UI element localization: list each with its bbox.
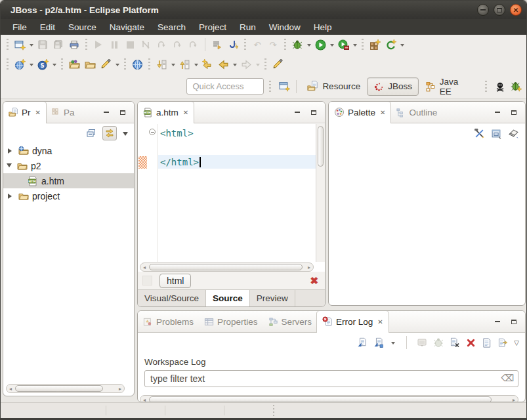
scrollbar-thumb[interactable]: ⋯ (149, 264, 303, 270)
minimize-view-button[interactable] (293, 108, 301, 116)
new-java-project-button[interactable] (367, 37, 383, 52)
menu-source[interactable]: Source (62, 21, 103, 33)
highlighter-button[interactable] (270, 56, 285, 72)
expand-arrow-icon[interactable] (8, 194, 14, 199)
clear-log-button[interactable] (450, 337, 460, 348)
tab-outline[interactable]: Outline (390, 102, 442, 123)
report-bug-button[interactable] (508, 79, 524, 94)
tree-item-dyna[interactable]: dyna (3, 143, 134, 158)
editor-horizontal-scrollbar[interactable]: ◂ ⋯ ▸ (140, 262, 314, 272)
customize-palette-button[interactable] (474, 128, 485, 139)
tab-visual-source[interactable]: Visual/Source (138, 290, 206, 306)
perspective-resource[interactable]: Resource (301, 77, 367, 96)
tab-preview[interactable]: Preview (250, 290, 295, 306)
menu-window[interactable]: Window (263, 21, 307, 33)
web-browser-button[interactable] (129, 56, 145, 72)
source-editor[interactable]: <html> </html> (138, 124, 325, 262)
tab-pa[interactable]: Pa (46, 102, 80, 123)
collapse-all-button[interactable] (86, 128, 96, 138)
menu-navigate[interactable]: Navigate (103, 21, 151, 33)
maximize-view-button[interactable] (119, 108, 127, 116)
debug-dropdown[interactable] (305, 37, 312, 52)
minimize-window-button[interactable] (477, 4, 489, 16)
close-icon[interactable] (379, 109, 385, 116)
scrollbar-thumb[interactable] (318, 126, 324, 167)
restore-log-button[interactable] (497, 337, 508, 348)
menu-run[interactable]: Run (233, 21, 263, 33)
menu-search[interactable]: Search (151, 21, 192, 33)
tab-source[interactable]: Source (206, 289, 250, 306)
scroll-right-arrow-icon[interactable]: ▸ (305, 264, 313, 270)
tree-item-project[interactable]: project (3, 188, 134, 203)
menu-project[interactable]: Project (192, 21, 233, 33)
console-horizontal-scrollbar[interactable]: ◂ ⋯ ▸ (140, 395, 518, 402)
eraser-button[interactable] (508, 128, 519, 139)
next-annotation-button[interactable] (154, 56, 169, 72)
open-with-marker-button[interactable] (98, 56, 114, 72)
collapse-arrow-icon[interactable] (7, 163, 12, 170)
maximize-view-button[interactable] (510, 108, 518, 116)
minimize-view-button[interactable] (494, 318, 501, 326)
close-icon[interactable] (376, 318, 383, 326)
previous-annotation-dropdown[interactable] (192, 56, 200, 72)
scroll-right-arrow-icon[interactable]: ▸ (116, 386, 124, 392)
close-icon[interactable] (182, 109, 188, 116)
tattletale-button[interactable] (492, 79, 508, 94)
open-perspective-button[interactable] (276, 79, 292, 94)
marker-dropdown[interactable] (114, 56, 121, 72)
maximize-view-button[interactable] (510, 318, 518, 326)
error-x-icon[interactable] (310, 275, 318, 287)
link-with-editor-button[interactable] (102, 126, 117, 140)
menu-file[interactable]: File (6, 21, 33, 33)
expand-arrow-icon[interactable] (8, 148, 14, 154)
view-menu-button[interactable] (514, 339, 519, 346)
minimize-view-button[interactable] (494, 108, 501, 116)
open-file-button[interactable] (82, 56, 98, 72)
scroll-left-arrow-icon[interactable]: ◂ (7, 386, 14, 392)
next-annotation-dropdown[interactable] (169, 56, 177, 72)
menu-help[interactable]: Help (307, 21, 339, 33)
tab-error-log[interactable]: Error Log (317, 311, 389, 333)
tab-palette[interactable]: Palette (329, 102, 390, 123)
scrollbar-thumb[interactable]: ⋯ (15, 385, 103, 392)
quick-access-input[interactable] (186, 78, 264, 94)
tab-servers[interactable]: Servers (263, 311, 318, 332)
last-edit-location-button[interactable] (200, 56, 215, 72)
collapse-fold-icon[interactable] (149, 129, 156, 135)
maximize-window-button[interactable] (494, 4, 505, 16)
back-button[interactable] (215, 56, 231, 72)
delete-log-button[interactable] (466, 338, 476, 348)
new-web-project-button[interactable] (12, 56, 28, 72)
open-log-button[interactable] (482, 338, 492, 348)
close-icon[interactable] (34, 109, 41, 116)
scroll-right-arrow-icon[interactable]: ▸ (510, 397, 518, 403)
tree-item-p2[interactable]: p2 (3, 158, 134, 173)
tab-problems[interactable]: Problems (138, 311, 199, 332)
tab-properties[interactable]: Properties (199, 311, 263, 332)
new-seam-button[interactable] (35, 56, 51, 72)
minimize-view-button[interactable] (102, 108, 110, 116)
perspective-jboss[interactable]: JBoss (367, 77, 419, 96)
explorer-horizontal-scrollbar[interactable]: ◂ ⋯ ▸ (6, 384, 125, 393)
menu-edit[interactable]: Edit (33, 21, 62, 33)
close-window-button[interactable]: ✕ (510, 4, 522, 16)
debug-button[interactable] (289, 37, 305, 52)
new-runtime-dropdown[interactable] (398, 37, 406, 52)
log-filter-input[interactable] (144, 370, 518, 387)
view-menu-button[interactable] (123, 129, 128, 138)
palette-editor-button[interactable] (491, 128, 502, 139)
html-tag-breadcrumb-button[interactable]: html (159, 274, 191, 288)
tab-project-explorer[interactable]: Pr (3, 102, 46, 123)
tab-a-htm-editor[interactable]: a.htm (138, 102, 194, 123)
code-text-area[interactable]: <html> </html> (158, 124, 316, 262)
scrollbar-thumb[interactable]: ⋯ (149, 396, 492, 402)
launch-list-button[interactable] (209, 37, 225, 52)
import-button[interactable] (66, 56, 82, 72)
export-log-dropdown[interactable] (389, 335, 396, 350)
scroll-left-arrow-icon[interactable]: ◂ (140, 264, 148, 270)
run-dropdown[interactable] (328, 37, 335, 52)
editor-vertical-scrollbar[interactable] (316, 124, 325, 262)
new-runtime-button[interactable] (383, 37, 398, 52)
clear-filter-icon[interactable] (501, 373, 514, 383)
external-tools-dropdown[interactable] (351, 37, 358, 52)
